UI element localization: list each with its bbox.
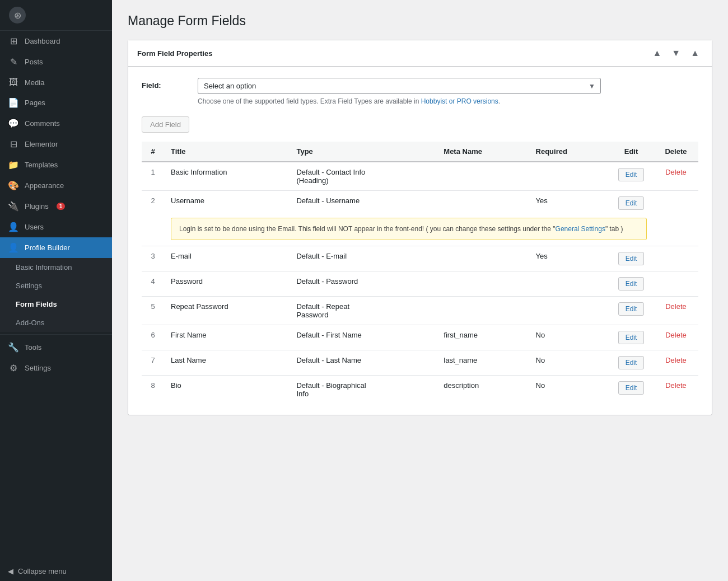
card-collapse-down-btn[interactable]: ▼ — [668, 47, 684, 59]
sidebar-item-tools[interactable]: 🔧 Tools — [0, 337, 112, 358]
sidebar-logo: ⊛ — [0, 0, 112, 31]
delete-link[interactable]: Delete — [665, 356, 687, 364]
col-header-required: Required — [529, 142, 609, 162]
field-type-select[interactable]: Select an option — [198, 78, 601, 94]
plugins-icon: 🔌 — [8, 201, 19, 212]
table-row: 5 Repeat Password Default - RepeatPasswo… — [142, 297, 698, 325]
row-edit: Edit — [609, 325, 654, 350]
templates-icon: 📁 — [8, 160, 19, 170]
sidebar-item-dashboard[interactable]: ⊞ Dashboard — [0, 31, 112, 51]
profile-builder-submenu: Basic Information Settings Form Fields A… — [0, 258, 112, 332]
field-type-select-wrapper: Select an option ▼ — [198, 78, 601, 94]
field-control: Select an option ▼ Choose one of the sup… — [198, 78, 698, 105]
row-delete — [654, 271, 698, 297]
row-type: Default - RepeatPassword — [290, 297, 437, 325]
row-meta — [437, 297, 529, 325]
collapse-label: Collapse menu — [18, 567, 67, 575]
col-header-title: Title — [164, 142, 290, 162]
row-required: Yes — [529, 191, 609, 216]
col-header-type: Type — [290, 142, 437, 162]
delete-link[interactable]: Delete — [665, 331, 687, 339]
sidebar-item-label: Templates — [25, 161, 58, 169]
sidebar-item-users[interactable]: 👤 Users — [0, 217, 112, 237]
submenu-item-basic-information[interactable]: Basic Information — [0, 258, 112, 277]
field-hint: Choose one of the supported field types.… — [198, 97, 698, 105]
sidebar-item-label: Elementor — [25, 140, 58, 148]
row-num: 5 — [142, 297, 164, 325]
edit-button[interactable]: Edit — [618, 277, 645, 290]
sidebar-item-label: Pages — [25, 99, 45, 107]
sidebar-item-posts[interactable]: ✎ Posts — [0, 51, 112, 72]
row-title: Repeat Password — [164, 297, 290, 325]
row-delete — [654, 191, 698, 216]
wp-logo-icon: ⊛ — [9, 7, 26, 24]
sidebar-item-appearance[interactable]: 🎨 Appearance — [0, 175, 112, 196]
card-body: Field: Select an option ▼ Choose one of … — [128, 67, 712, 415]
sidebar-item-settings[interactable]: ⚙ Settings — [0, 358, 112, 378]
row-type: Default - Username — [290, 191, 437, 216]
edit-button[interactable]: Edit — [618, 302, 645, 316]
edit-button[interactable]: Edit — [618, 356, 645, 369]
table-row: 1 Basic Information Default - Contact In… — [142, 162, 698, 191]
row-meta — [437, 191, 529, 216]
row-num: 4 — [142, 271, 164, 297]
row-num: 6 — [142, 325, 164, 350]
tools-icon: 🔧 — [8, 342, 19, 353]
submenu-item-settings[interactable]: Settings — [0, 277, 112, 295]
sidebar-item-templates[interactable]: 📁 Templates — [0, 154, 112, 175]
table-row: 7 Last Name Default - Last Name last_nam… — [142, 350, 698, 376]
submenu-label: Add-Ons — [16, 318, 44, 327]
edit-button[interactable]: Edit — [618, 381, 645, 395]
edit-button[interactable]: Edit — [618, 331, 645, 344]
table-row: 8 Bio Default - BiographicalInfo descrip… — [142, 376, 698, 404]
row-delete: Delete — [654, 350, 698, 376]
sidebar-item-label: Settings — [25, 364, 51, 372]
sidebar: ⊛ ⊞ Dashboard ✎ Posts 🖼 Media 📄 Pages 💬 … — [0, 0, 112, 581]
appearance-icon: 🎨 — [8, 180, 19, 191]
delete-link[interactable]: Delete — [665, 302, 687, 311]
dashboard-icon: ⊞ — [8, 36, 19, 46]
field-label: Field: — [142, 78, 186, 90]
row-edit: Edit — [609, 191, 654, 216]
sidebar-item-pages[interactable]: 📄 Pages — [0, 92, 112, 113]
submenu-item-add-ons[interactable]: Add-Ons — [0, 313, 112, 332]
row-title: Password — [164, 271, 290, 297]
collapse-menu-btn[interactable]: ◀ Collapse menu — [0, 561, 112, 581]
card-close-btn[interactable]: ▲ — [687, 47, 703, 59]
row-title: Last Name — [164, 350, 290, 376]
general-settings-link[interactable]: General Settings — [556, 225, 605, 233]
edit-button[interactable]: Edit — [618, 252, 645, 265]
sidebar-item-media[interactable]: 🖼 Media — [0, 72, 112, 92]
warning-spacer — [142, 215, 164, 246]
edit-button[interactable]: Edit — [618, 168, 645, 181]
row-num: 1 — [142, 162, 164, 191]
row-title: Basic Information — [164, 162, 290, 191]
pro-versions-link[interactable]: Hobbyist or PRO versions — [421, 97, 498, 105]
sidebar-item-label: Media — [25, 78, 44, 87]
add-field-button[interactable]: Add Field — [142, 116, 189, 133]
delete-link[interactable]: Delete — [665, 381, 687, 390]
sidebar-item-label: Plugins — [25, 202, 49, 210]
card-header-title: Form Field Properties — [137, 49, 212, 58]
sidebar-item-elementor[interactable]: ⊟ Elementor — [0, 134, 112, 154]
sidebar-item-comments[interactable]: 💬 Comments — [0, 113, 112, 134]
row-num: 8 — [142, 376, 164, 404]
sidebar-item-plugins[interactable]: 🔌 Plugins 1 — [0, 196, 112, 217]
sidebar-item-label: Posts — [25, 58, 43, 66]
row-required: No — [529, 325, 609, 350]
page-title: Manage Form Fields — [128, 13, 712, 29]
row-required — [529, 162, 609, 191]
card-collapse-up-btn[interactable]: ▲ — [649, 47, 665, 59]
sidebar-item-profile-builder[interactable]: 👤 Profile Builder — [0, 237, 112, 258]
fields-table: # Title Type Meta Name Required Edit Del… — [142, 142, 698, 404]
sidebar-item-label: Tools — [25, 343, 41, 352]
row-meta — [437, 246, 529, 271]
submenu-item-form-fields[interactable]: Form Fields — [0, 295, 112, 313]
delete-link[interactable]: Delete — [665, 168, 687, 176]
plugins-badge: 1 — [57, 203, 66, 210]
main-content: Manage Form Fields Form Field Properties… — [112, 0, 728, 581]
row-num: 3 — [142, 246, 164, 271]
settings-icon: ⚙ — [8, 363, 19, 373]
edit-button[interactable]: Edit — [618, 196, 645, 210]
table-header-row: # Title Type Meta Name Required Edit Del… — [142, 142, 698, 162]
